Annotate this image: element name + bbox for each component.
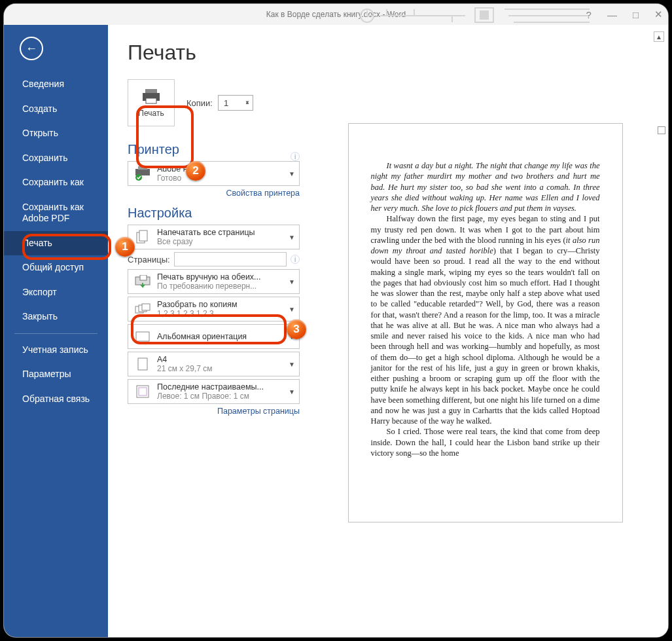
sidebar-item-open[interactable]: Открыть xyxy=(4,121,108,146)
help-icon[interactable]: ? xyxy=(586,9,592,20)
margins-selector[interactable]: Последние настраиваемы... Левое: 1 см Пр… xyxy=(128,379,300,404)
page-title: Печать xyxy=(128,41,300,65)
copies-input[interactable]: 1 ▲▼ xyxy=(218,95,253,111)
sidebar-item-feedback[interactable]: Обратная связь xyxy=(4,387,108,412)
titlebar: Как в Ворде сделать книгу.docx - Word ? … xyxy=(4,4,668,25)
print-preview: ▲ It wasnt a day but a night. The night … xyxy=(314,25,668,637)
sidebar-item-save[interactable]: Сохранить xyxy=(4,146,108,171)
paper-size-selector[interactable]: A4 21 см x 29,7 см ▼ xyxy=(128,352,300,376)
svg-rect-5 xyxy=(146,98,156,103)
doc-paragraph-2: Halfway down the first page, my eyes beg… xyxy=(371,213,600,426)
minimize-icon[interactable]: — xyxy=(607,9,617,20)
sidebar-item-share[interactable]: Общий доступ xyxy=(4,255,108,280)
chevron-down-icon: ▼ xyxy=(289,234,295,241)
print-range-selector[interactable]: Напечатать все страницы Все сразу ▼ xyxy=(128,225,300,249)
preview-page: It wasnt a day but a night. The night th… xyxy=(348,123,623,522)
printer-ready-icon xyxy=(133,166,152,181)
back-button[interactable]: ← xyxy=(20,37,43,60)
arrow-left-icon: ← xyxy=(26,42,37,56)
svg-point-8 xyxy=(135,174,142,181)
page-icon xyxy=(133,357,152,371)
chevron-down-icon: ▼ xyxy=(289,278,295,285)
collate-selector[interactable]: Разобрать по копиям 1,2,3 1,2,3 1,2,3 ▼ xyxy=(128,297,300,321)
svg-rect-2 xyxy=(480,11,488,19)
chevron-down-icon: ▼ xyxy=(289,333,295,340)
sidebar-item-info[interactable]: Сведения xyxy=(4,72,108,97)
svg-rect-16 xyxy=(136,332,149,341)
print-settings-panel: Печать Печать Копии: 1 xyxy=(108,25,314,637)
preview-resize-handle[interactable] xyxy=(658,126,665,134)
printer-name: Adobe PDF xyxy=(157,164,283,174)
pages-input[interactable] xyxy=(174,252,287,266)
chevron-down-icon: ▼ xyxy=(289,170,295,177)
copies-label: Копии: xyxy=(186,98,213,108)
orientation-selector[interactable]: Альбомная ориентация ▼ xyxy=(128,324,300,349)
close-icon[interactable]: ✕ xyxy=(654,9,663,20)
scroll-up-button[interactable]: ▲ xyxy=(654,31,664,42)
duplex-icon xyxy=(133,275,152,288)
sidebar-item-export[interactable]: Экспорт xyxy=(4,280,108,305)
sidebar-item-close[interactable]: Закрыть xyxy=(4,304,108,329)
info-icon[interactable]: i xyxy=(291,152,300,161)
sidebar-item-saveas[interactable]: Сохранить как xyxy=(4,170,108,195)
print-button[interactable]: Печать xyxy=(128,79,175,126)
sidebar-divider xyxy=(14,333,97,334)
titlebar-decoration xyxy=(354,5,590,24)
copies-value: 1 xyxy=(224,98,228,108)
sidebar-item-print[interactable]: Печать xyxy=(4,231,108,256)
margins-icon xyxy=(133,385,152,398)
landscape-icon xyxy=(133,331,152,342)
sidebar-item-options[interactable]: Параметры xyxy=(4,362,108,387)
sidebar-item-account[interactable]: Учетная запись xyxy=(4,338,108,363)
sidebar-item-new[interactable]: Создать xyxy=(4,97,108,122)
printer-status: Готово xyxy=(157,174,283,183)
printer-properties-link[interactable]: Свойства принтера xyxy=(128,189,300,198)
svg-rect-17 xyxy=(138,358,147,370)
chevron-down-icon: ▼ xyxy=(289,361,295,368)
info-icon[interactable]: i xyxy=(291,255,300,264)
svg-rect-7 xyxy=(138,166,147,170)
printer-icon xyxy=(141,88,162,105)
printer-selector[interactable]: Adobe PDF Готово ▼ xyxy=(128,161,300,186)
chevron-down-icon: ▼ xyxy=(289,306,295,313)
backstage-sidebar: ← Сведения Создать Открыть Сохранить Сох… xyxy=(4,25,108,637)
printer-heading: Принтер xyxy=(128,142,179,157)
doc-paragraph-3: So I cried. Those were real tears, the k… xyxy=(371,426,600,458)
svg-rect-12 xyxy=(140,275,147,280)
restore-icon[interactable]: □ xyxy=(633,9,639,20)
pages-label: Страницы: xyxy=(128,255,170,265)
page-setup-link[interactable]: Параметры страницы xyxy=(128,407,300,416)
chevron-down-icon: ▼ xyxy=(289,388,295,395)
print-button-label: Печать xyxy=(138,109,164,118)
collate-icon xyxy=(133,303,152,315)
settings-heading: Настройка xyxy=(128,206,300,221)
pages-icon xyxy=(133,230,152,244)
svg-rect-3 xyxy=(145,89,157,93)
svg-rect-10 xyxy=(139,230,147,241)
sidebar-item-saveas-pdf[interactable]: Сохранить как Adobe PDF xyxy=(4,195,108,231)
print-sides-selector[interactable]: Печать вручную на обеих... По требованию… xyxy=(128,269,300,294)
doc-paragraph-1: It wasnt a day but a night. The night th… xyxy=(371,160,600,213)
svg-rect-15 xyxy=(142,304,150,310)
